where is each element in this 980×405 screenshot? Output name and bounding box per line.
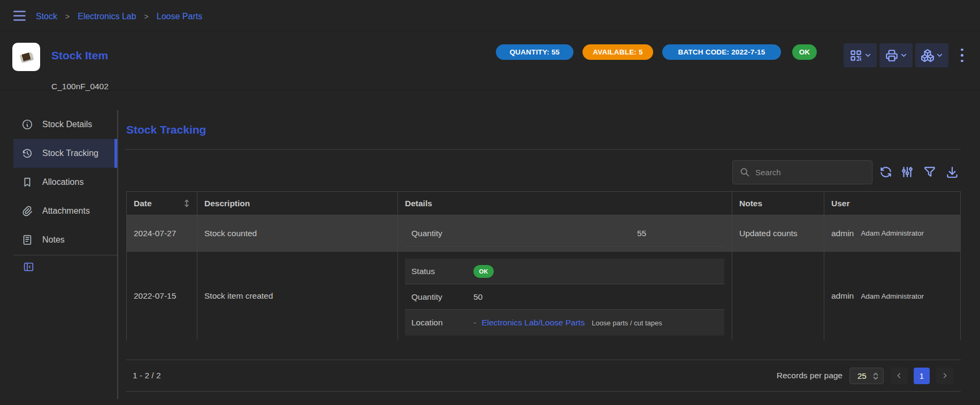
print-actions-button[interactable] bbox=[879, 43, 913, 67]
cell-details: Quantity 55 bbox=[398, 215, 732, 251]
location-link[interactable]: Electronics Lab/Loose Parts bbox=[481, 318, 585, 328]
sidebar-item-stock-details[interactable]: Stock Details bbox=[13, 110, 117, 139]
header-badges: QUANTITY: 55 AVAILABLE: 5 BATCH CODE: 20… bbox=[496, 44, 817, 60]
column-header-date[interactable]: Date bbox=[127, 192, 197, 215]
notes-icon bbox=[21, 234, 33, 246]
cell-user: admin Adam Administrator bbox=[824, 252, 960, 340]
cell-notes bbox=[732, 252, 824, 340]
breadcrumb: Stock > Electronics Lab > Loose Parts bbox=[36, 3, 202, 30]
breadcrumb-loose-parts[interactable]: Loose Parts bbox=[157, 12, 202, 21]
page-1-button[interactable]: 1 bbox=[914, 368, 930, 384]
chevron-down-icon bbox=[900, 51, 908, 59]
breadcrumb-stock[interactable]: Stock bbox=[36, 12, 57, 21]
sidebar-item-label: Stock Details bbox=[42, 120, 92, 129]
location-note: Loose parts / cut tapes bbox=[592, 319, 662, 327]
details-subrow-quantity: Quantity 50 bbox=[405, 284, 724, 310]
capacitor-image bbox=[20, 52, 33, 61]
content-heading: Stock Tracking bbox=[126, 123, 206, 136]
column-header-details: Details bbox=[398, 192, 732, 215]
printer-icon bbox=[885, 49, 899, 63]
table-header-row: Date Description Details Notes User bbox=[127, 192, 960, 215]
sidebar-item-attachments[interactable]: Attachments bbox=[13, 197, 117, 225]
page-header: Stock Item C_100nF_0402 QUANTITY: 55 AVA… bbox=[0, 30, 980, 91]
refresh-icon[interactable] bbox=[879, 165, 893, 179]
table-toolbar-icons bbox=[879, 165, 959, 179]
cell-user: admin Adam Administrator bbox=[824, 215, 960, 251]
table-row[interactable]: 2022-07-15 Stock item created Status OK … bbox=[127, 252, 960, 340]
username: admin bbox=[831, 291, 854, 301]
column-header-notes: Notes bbox=[732, 192, 824, 215]
cell-details: Status OK Quantity 50 Location - Electro… bbox=[398, 252, 732, 340]
heading-divider bbox=[125, 149, 961, 150]
table-row[interactable]: 2024-07-27 Stock counted Quantity 55 Upd… bbox=[127, 215, 960, 252]
info-circle-icon bbox=[21, 119, 33, 130]
sidebar-item-stock-tracking[interactable]: Stock Tracking bbox=[13, 139, 117, 168]
sidebar-divider bbox=[13, 255, 117, 255]
search-input[interactable] bbox=[755, 161, 868, 183]
column-header-user: User bbox=[824, 192, 960, 215]
available-badge: AVAILABLE: 5 bbox=[583, 44, 653, 60]
status-ok-pill: OK bbox=[473, 265, 494, 278]
cell-date: 2024-07-27 bbox=[127, 215, 197, 251]
details-subrow-status: Status OK bbox=[405, 259, 724, 284]
sidebar-item-label: Allocations bbox=[42, 177, 83, 187]
page-subtitle: C_100nF_0402 bbox=[51, 82, 109, 91]
stock-item-thumbnail[interactable] bbox=[12, 43, 40, 71]
header-action-buttons bbox=[844, 43, 948, 67]
records-range-label: 1 - 2 / 2 bbox=[133, 371, 161, 380]
records-per-page-label: Records per page bbox=[777, 371, 843, 380]
cell-description: Stock item created bbox=[197, 252, 398, 340]
cell-description: Stock counted bbox=[197, 215, 398, 251]
filter-icon[interactable] bbox=[923, 165, 937, 179]
user-fullname: Adam Administrator bbox=[861, 229, 924, 237]
user-fullname: Adam Administrator bbox=[861, 292, 924, 300]
download-icon[interactable] bbox=[945, 165, 959, 179]
prev-page-button[interactable] bbox=[891, 368, 908, 384]
details-subrow-location: Location - Electronics Lab/Loose Parts L… bbox=[405, 310, 724, 336]
cell-notes: Updated counts bbox=[732, 215, 824, 251]
sidebar-item-label: Notes bbox=[42, 235, 65, 245]
column-header-description[interactable]: Description bbox=[197, 192, 398, 215]
sort-icon[interactable] bbox=[183, 199, 190, 208]
breadcrumb-separator: > bbox=[65, 12, 70, 21]
stock-actions-button[interactable] bbox=[915, 43, 948, 67]
status-ok-badge: OK bbox=[792, 44, 817, 60]
packages-icon bbox=[921, 49, 935, 63]
page-size-select[interactable]: 25 bbox=[849, 368, 884, 384]
details-subtable: Status OK Quantity 50 Location - Electro… bbox=[405, 259, 724, 336]
breadcrumb-separator: > bbox=[144, 12, 149, 21]
qr-code-icon bbox=[849, 49, 863, 63]
chevron-down-icon bbox=[864, 51, 872, 59]
sidebar-collapse-button[interactable] bbox=[23, 261, 34, 272]
sidebar-item-label: Stock Tracking bbox=[42, 149, 98, 158]
breadcrumb-electronics-lab[interactable]: Electronics Lab bbox=[78, 12, 136, 21]
username: admin bbox=[831, 229, 854, 238]
cell-date: 2022-07-15 bbox=[127, 252, 197, 340]
quantity-badge: QUANTITY: 55 bbox=[496, 44, 573, 60]
sidebar-nav: Stock Details Stock Tracking Allocations… bbox=[0, 110, 118, 399]
search-icon bbox=[739, 167, 751, 178]
details-subrow-quantity: Quantity 55 bbox=[405, 220, 724, 247]
barcode-actions-button[interactable] bbox=[844, 43, 877, 67]
search-box bbox=[732, 160, 872, 184]
more-options-button[interactable] bbox=[958, 43, 967, 67]
batch-code-badge: BATCH CODE: 2022-7-15 bbox=[662, 44, 781, 60]
next-page-button[interactable] bbox=[936, 368, 953, 384]
bookmark-icon bbox=[21, 176, 33, 188]
chevron-down-icon bbox=[936, 51, 944, 59]
top-nav: Stock > Electronics Lab > Loose Parts bbox=[0, 0, 980, 32]
table-footer: 1 - 2 / 2 Records per page 25 1 bbox=[126, 360, 961, 392]
stock-tracking-table: Date Description Details Notes User 2024… bbox=[126, 191, 961, 340]
sidebar-item-allocations[interactable]: Allocations bbox=[13, 168, 117, 197]
adjustments-icon[interactable] bbox=[900, 165, 914, 179]
menu-icon[interactable] bbox=[13, 11, 26, 21]
history-icon bbox=[21, 147, 33, 159]
select-stepper-icon bbox=[871, 371, 880, 381]
page-title: Stock Item bbox=[51, 49, 108, 62]
sidebar-item-notes[interactable]: Notes bbox=[13, 225, 117, 254]
paperclip-icon bbox=[21, 205, 33, 217]
sidebar-item-label: Attachments bbox=[42, 206, 90, 216]
